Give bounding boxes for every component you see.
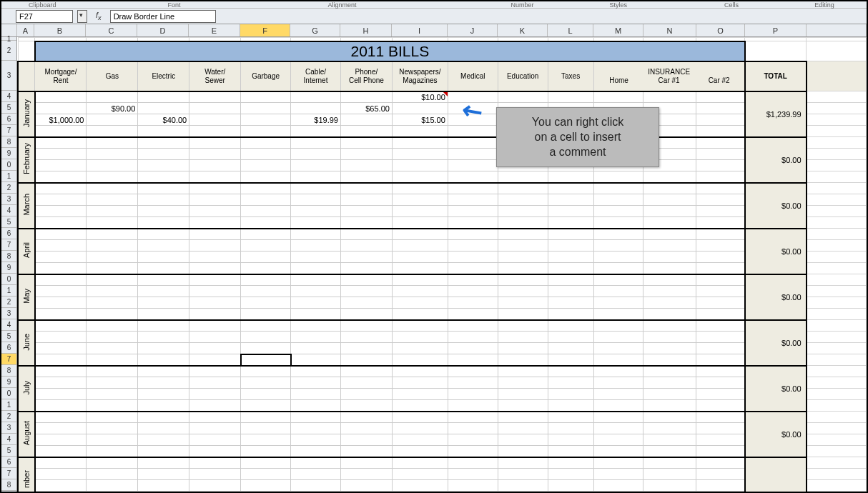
cell-M28[interactable] xyxy=(593,366,643,377)
cell-M19[interactable] xyxy=(593,263,643,274)
cell-O15[interactable] xyxy=(696,217,745,229)
cell-D15[interactable] xyxy=(138,217,189,229)
cell-G26[interactable] xyxy=(291,343,341,354)
cell-H29[interactable] xyxy=(340,377,392,389)
cell-N14[interactable] xyxy=(643,206,696,217)
cell-N27[interactable] xyxy=(643,354,696,366)
row-header-2[interactable]: 2 xyxy=(1,41,16,61)
cell-H33[interactable] xyxy=(340,423,392,434)
cell-I13[interactable] xyxy=(392,194,448,206)
col-I-header[interactable]: Newspapers/ Magazines xyxy=(392,61,448,91)
cell-H25[interactable] xyxy=(340,332,392,343)
cell-L24[interactable] xyxy=(548,320,593,332)
cell-J20[interactable] xyxy=(448,274,498,286)
cell-I11[interactable] xyxy=(392,171,448,183)
col-B-header[interactable]: Mortgage/ Rent xyxy=(35,61,87,91)
cell-O9[interactable] xyxy=(696,149,745,160)
col-K-header[interactable]: Education xyxy=(498,61,548,91)
cell-F22[interactable] xyxy=(241,297,291,309)
cell-H26[interactable] xyxy=(340,343,392,354)
cell-B8[interactable] xyxy=(35,137,87,149)
cell-F19[interactable] xyxy=(241,263,291,274)
cell-B35[interactable] xyxy=(35,446,87,457)
cell-L32[interactable] xyxy=(548,412,593,423)
cell-H16[interactable] xyxy=(340,229,392,240)
cell-O6[interactable] xyxy=(696,114,745,126)
cell-O21[interactable] xyxy=(696,286,745,297)
cell-N11[interactable] xyxy=(643,171,696,183)
cell-E34[interactable] xyxy=(189,434,241,446)
cell-D24[interactable] xyxy=(138,320,189,332)
row-header-35[interactable]: 5 xyxy=(1,445,16,457)
cell-K33[interactable] xyxy=(498,423,548,434)
cell-C10[interactable] xyxy=(87,160,138,171)
cell-M11[interactable] xyxy=(593,171,643,183)
cell-J25[interactable] xyxy=(448,332,498,343)
cell-G19[interactable] xyxy=(291,263,341,274)
cell-G28[interactable] xyxy=(291,366,341,377)
cell-K27[interactable] xyxy=(498,354,548,366)
cell-E26[interactable] xyxy=(189,343,241,354)
row-header-15[interactable]: 5 xyxy=(1,216,16,228)
cell-I24[interactable] xyxy=(392,320,448,332)
cell-E18[interactable] xyxy=(189,252,241,263)
cell-H23[interactable] xyxy=(340,309,392,320)
cell-L12[interactable] xyxy=(548,183,593,194)
cell-C8[interactable] xyxy=(87,137,138,149)
cell-D20[interactable] xyxy=(138,274,189,286)
cell-J21[interactable] xyxy=(448,286,498,297)
cell-L29[interactable] xyxy=(548,377,593,389)
cell-N26[interactable] xyxy=(643,343,696,354)
cell-D33[interactable] xyxy=(138,423,189,434)
cell-M23[interactable] xyxy=(593,309,643,320)
cell-F20[interactable] xyxy=(241,274,291,286)
row-header-27[interactable]: 7 xyxy=(1,354,16,365)
cell-K15[interactable] xyxy=(498,217,548,229)
cell-L34[interactable] xyxy=(548,434,593,446)
cell-O20[interactable] xyxy=(696,274,745,286)
cell-G10[interactable] xyxy=(291,160,341,171)
cell-F26[interactable] xyxy=(241,343,291,354)
cell-J16[interactable] xyxy=(448,229,498,240)
cell-L19[interactable] xyxy=(548,263,593,274)
cell-F11[interactable] xyxy=(241,171,291,183)
cell-M16[interactable] xyxy=(593,229,643,240)
col-H-header[interactable]: Phone/ Cell Phone xyxy=(340,61,392,91)
cell-B9[interactable] xyxy=(35,149,87,160)
col-header-L[interactable]: L xyxy=(548,24,593,36)
col-header-O[interactable]: O xyxy=(696,24,745,36)
cell-G20[interactable] xyxy=(291,274,341,286)
cell-B20[interactable] xyxy=(35,274,87,286)
cell-I4[interactable]: $10.00 xyxy=(392,91,448,103)
cell-D4[interactable] xyxy=(138,91,189,103)
cell-D36[interactable] xyxy=(138,457,189,469)
cell-O25[interactable] xyxy=(696,332,745,343)
cell-D18[interactable] xyxy=(138,252,189,263)
cell-E23[interactable] xyxy=(189,309,241,320)
cell-J38[interactable] xyxy=(448,480,498,492)
cell-D32[interactable] xyxy=(138,412,189,423)
cell-K12[interactable] xyxy=(498,183,548,194)
row-header-16[interactable]: 6 xyxy=(1,228,16,239)
month-april[interactable]: April xyxy=(18,229,35,274)
cell-H32[interactable] xyxy=(340,412,392,423)
cell-B16[interactable] xyxy=(35,229,87,240)
total-january[interactable]: $1,239.99 xyxy=(745,91,807,137)
cell-M29[interactable] xyxy=(593,377,643,389)
cell-G34[interactable] xyxy=(291,434,341,446)
cell-L17[interactable] xyxy=(548,240,593,252)
row-header-28[interactable]: 8 xyxy=(1,365,16,377)
cell-G16[interactable] xyxy=(291,229,341,240)
cell-I32[interactable] xyxy=(392,412,448,423)
row-header-13[interactable]: 3 xyxy=(1,194,16,205)
cell-I7[interactable] xyxy=(392,126,448,137)
row-header-33[interactable]: 3 xyxy=(1,422,16,434)
cell-M38[interactable] xyxy=(593,480,643,492)
col-header-N[interactable]: N xyxy=(643,24,696,36)
col-header-A[interactable]: A xyxy=(17,24,34,36)
cell-E28[interactable] xyxy=(189,366,241,377)
cell-O22[interactable] xyxy=(696,297,745,309)
row-header-4[interactable]: 4 xyxy=(1,91,16,102)
cell-D17[interactable] xyxy=(138,240,189,252)
col-C-header[interactable]: Gas xyxy=(87,61,138,91)
